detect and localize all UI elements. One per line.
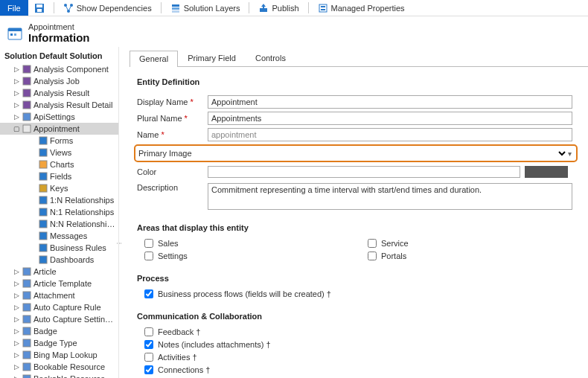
tree-item-auto-capture-settin-[interactable]: ▷Auto Capture Settin…	[0, 313, 118, 325]
tree-sub-n-1-relationships[interactable]: N:1 Relationships	[0, 206, 118, 218]
splitter-handle[interactable]: ⋮	[116, 240, 123, 246]
managed-properties-button[interactable]: Managed Properties	[312, 0, 411, 16]
tree-sub-n-n-relationshi-[interactable]: N:N Relationshi…	[0, 218, 118, 230]
tree-item-apisettings[interactable]: ▷ApiSettings	[0, 111, 118, 123]
expand-icon[interactable]: ▷	[13, 292, 20, 299]
tree-item-badge[interactable]: ▷Badge	[0, 325, 118, 337]
expand-icon[interactable]	[30, 245, 36, 252]
svg-rect-7	[172, 7, 179, 10]
tree-item-analysis-component[interactable]: ▷Analysis Component	[0, 63, 118, 75]
tree-item-label: Appointment	[33, 124, 80, 133]
expand-icon[interactable]: ▷	[13, 352, 20, 359]
publish-icon	[258, 3, 269, 13]
tree-item-badge-type[interactable]: ▷Badge Type	[0, 337, 118, 349]
tree-item-attachment[interactable]: ▷Attachment	[0, 289, 118, 301]
tree-item-appointment[interactable]: ▢Appointment	[0, 123, 118, 135]
color-swatch[interactable]	[525, 166, 568, 178]
tree-item-label: Article	[33, 267, 57, 276]
tree-sub-forms[interactable]: Forms	[0, 135, 118, 147]
expand-icon[interactable]: ▷	[13, 340, 20, 347]
expand-icon[interactable]: ▢	[13, 126, 20, 132]
expand-icon[interactable]	[30, 173, 36, 180]
comm-item-1[interactable]: Notes (includes attachments) †	[144, 338, 588, 350]
tree-item-label: Attachment	[33, 291, 75, 300]
tree-sub-views[interactable]: Views	[0, 147, 118, 158]
expand-icon[interactable]: ▷	[13, 269, 20, 275]
description-input[interactable]: Commitment representing a time interval …	[208, 183, 572, 210]
expand-icon[interactable]	[30, 257, 36, 263]
expand-icon[interactable]: ▷	[13, 281, 20, 287]
tree-item-article[interactable]: ▷Article	[0, 266, 118, 278]
tree-sub-fields[interactable]: Fields	[0, 170, 118, 182]
comm-item-0[interactable]: Feedback †	[144, 325, 588, 338]
expand-icon[interactable]: ▷	[13, 90, 20, 97]
tree-sub-messages[interactable]: Messages	[0, 230, 118, 242]
tree-item-label: ApiSettings	[33, 112, 75, 121]
tree-item-article-template[interactable]: ▷Article Template	[0, 278, 118, 289]
expand-icon[interactable]: ▷	[13, 102, 20, 109]
expand-icon[interactable]	[30, 233, 36, 240]
managed-properties-label: Managed Properties	[331, 4, 405, 13]
expand-icon[interactable]	[30, 161, 36, 168]
tab-controls[interactable]: Controls	[246, 50, 295, 66]
tree-item-label: Views	[50, 148, 71, 157]
tree-item-bookable-resource[interactable]: ▷Bookable Resource	[0, 361, 118, 373]
expand-icon[interactable]	[30, 150, 36, 156]
area-portals[interactable]: Portals	[368, 249, 584, 262]
tab-general[interactable]: General	[130, 51, 178, 67]
tree-sub-business-rules[interactable]: Business Rules	[0, 242, 118, 254]
file-menu-button[interactable]: File	[0, 0, 28, 16]
expand-icon[interactable]: ▷	[13, 78, 20, 85]
tree-sub-keys[interactable]: Keys	[0, 182, 118, 194]
area-sales[interactable]: Sales	[144, 237, 360, 249]
entity-tree[interactable]: ▷Analysis Component▷Analysis Job▷Analysi…	[0, 63, 118, 378]
tree-item-bing-map-lookup[interactable]: ▷Bing Map Lookup	[0, 349, 118, 361]
expand-icon[interactable]	[30, 197, 36, 204]
color-input[interactable]	[208, 166, 520, 178]
svg-rect-30	[39, 220, 47, 228]
svg-rect-41	[23, 351, 31, 359]
expand-icon[interactable]	[30, 138, 36, 144]
display-name-input[interactable]	[208, 95, 572, 109]
save-button[interactable]	[28, 0, 51, 16]
svg-rect-1	[36, 4, 42, 7]
tree-item-label: N:1 Relationships	[50, 208, 114, 217]
expand-icon[interactable]: ▷	[13, 364, 20, 371]
expand-icon[interactable]: ▷	[13, 316, 20, 323]
tab-primary-field[interactable]: Primary Field	[178, 50, 246, 66]
tree-item-auto-capture-rule[interactable]: ▷Auto Capture Rule	[0, 301, 118, 313]
tree-item-analysis-result-detail[interactable]: ▷Analysis Result Detail	[0, 99, 118, 111]
expand-icon[interactable]: ▷	[13, 114, 20, 121]
primary-image-select[interactable]	[206, 147, 568, 159]
plural-name-input[interactable]	[208, 112, 572, 125]
svg-rect-37	[23, 304, 31, 311]
tree-item-bookable-resource-[interactable]: ▷Bookable Resource …	[0, 373, 118, 378]
entity-icon	[39, 160, 48, 169]
expand-icon[interactable]: ▷	[13, 66, 20, 73]
expand-icon[interactable]: ▷	[13, 304, 20, 311]
expand-icon[interactable]	[30, 221, 36, 228]
expand-icon[interactable]: ▷	[13, 376, 20, 379]
svg-rect-24	[39, 149, 47, 156]
entity-icon	[22, 315, 31, 324]
tree-item-analysis-job[interactable]: ▷Analysis Job	[0, 75, 118, 87]
comm-item-3[interactable]: Connections †	[144, 363, 588, 376]
area-service[interactable]: Service	[368, 237, 584, 249]
show-dependencies-button[interactable]: Show Dependencies	[57, 0, 158, 16]
solution-layers-button[interactable]: Solution Layers	[164, 0, 246, 16]
expand-icon[interactable]	[30, 209, 36, 216]
svg-rect-22	[23, 125, 31, 132]
entity-icon	[22, 100, 31, 109]
entity-icon	[22, 350, 31, 359]
tree-sub-dashboards[interactable]: Dashboards	[0, 254, 118, 266]
bpf-checkbox[interactable]: Business process flows (fields will be c…	[144, 287, 588, 300]
publish-button[interactable]: Publish	[252, 0, 304, 16]
tree-sub-charts[interactable]: Charts	[0, 158, 118, 170]
expand-icon[interactable]	[30, 185, 36, 192]
tree-sub-1-n-relationships[interactable]: 1:N Relationships	[0, 194, 118, 206]
tree-item-analysis-result[interactable]: ▷Analysis Result	[0, 87, 118, 99]
expand-icon[interactable]: ▷	[13, 328, 20, 335]
display-name-label: Display Name *	[137, 97, 208, 106]
area-settings[interactable]: Settings	[144, 249, 360, 262]
comm-item-2[interactable]: Activities †	[144, 350, 588, 363]
